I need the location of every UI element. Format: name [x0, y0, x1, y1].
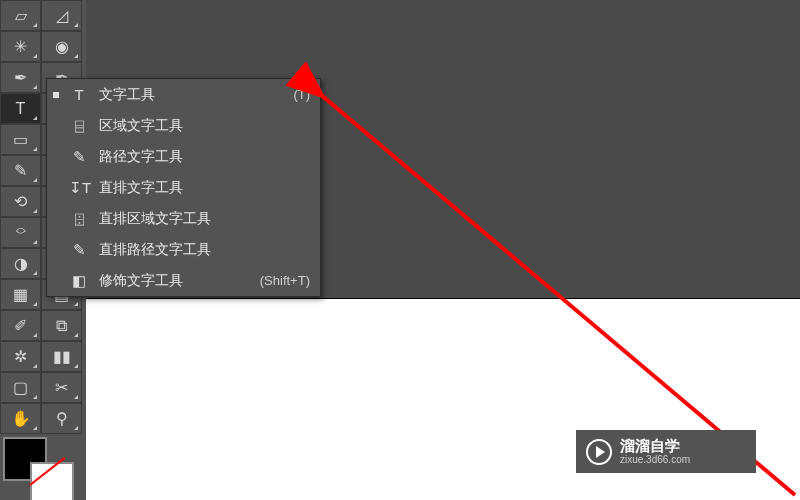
play-icon — [586, 439, 612, 465]
watermark-url: zixue.3d66.com — [620, 454, 690, 465]
vertical-area-type-icon: ⌹ — [69, 210, 89, 227]
area-type-icon: ⌸ — [69, 117, 89, 134]
rectangle-icon: ▭ — [13, 132, 28, 148]
type-tool-flyout: T 文字工具 (T) ⌸ 区域文字工具 ✎ 路径文字工具 ↧T 直排文字工具 ⌹… — [46, 78, 321, 297]
rotate-tool[interactable]: ⟲ — [0, 186, 41, 217]
flyout-label: 直排区域文字工具 — [99, 210, 300, 228]
stroke-swatch[interactable] — [30, 462, 74, 500]
slice-icon: ✂ — [55, 380, 68, 396]
symbol-sprayer-tool[interactable]: ✲ — [0, 341, 41, 372]
blend-icon: ⧉ — [56, 318, 67, 334]
flyout-label: 区域文字工具 — [99, 117, 300, 135]
flyout-item-area-type[interactable]: ⌸ 区域文字工具 — [47, 110, 320, 141]
vertical-path-type-icon: ✎ — [69, 241, 89, 259]
flyout-item-touch-type[interactable]: ◧ 修饰文字工具 (Shift+T) — [47, 265, 320, 296]
magic-wand-icon: ✳ — [14, 39, 27, 55]
blend-tool[interactable]: ⧉ — [41, 310, 82, 341]
eyedropper-tool[interactable]: ✐ — [0, 310, 41, 341]
eyedropper-icon: ✐ — [14, 318, 27, 334]
zoom-tool[interactable]: ⚲ — [41, 403, 82, 434]
flyout-label: 路径文字工具 — [99, 148, 300, 166]
vertical-type-icon: ↧T — [69, 179, 89, 197]
shape-builder-icon: ◑ — [14, 256, 28, 272]
watermark-title: 溜溜自学 — [620, 438, 690, 455]
brush-tool[interactable]: ✎ — [0, 155, 41, 186]
selection-tool[interactable]: ▱ — [0, 0, 41, 31]
lasso-icon: ◉ — [55, 39, 69, 55]
flyout-item-path-type[interactable]: ✎ 路径文字工具 — [47, 141, 320, 172]
selection-icon: ▱ — [15, 8, 27, 24]
width-icon: ⌔ — [16, 225, 26, 241]
type-tool[interactable]: T — [0, 93, 41, 124]
graph-icon: ▮▮ — [53, 349, 71, 365]
check-icon — [53, 92, 59, 98]
flyout-label: 直排路径文字工具 — [99, 241, 300, 259]
hand-tool[interactable]: ✋ — [0, 403, 41, 434]
touch-type-icon: ◧ — [69, 272, 89, 290]
pen-tool[interactable]: ✒ — [0, 62, 41, 93]
width-tool[interactable]: ⌔ — [0, 217, 41, 248]
path-type-icon: ✎ — [69, 148, 89, 166]
watermark: 溜溜自学 zixue.3d66.com — [576, 430, 756, 473]
mesh-icon: ▦ — [13, 287, 28, 303]
direct-selection-icon: ◿ — [56, 8, 68, 24]
flyout-item-vertical-type[interactable]: ↧T 直排文字工具 — [47, 172, 320, 203]
flyout-item-vertical-area-type[interactable]: ⌹ 直排区域文字工具 — [47, 203, 320, 234]
flyout-item-type[interactable]: T 文字工具 (T) — [47, 79, 320, 110]
column-graph-tool[interactable]: ▮▮ — [41, 341, 82, 372]
flyout-shortcut: (T) — [293, 87, 310, 102]
lasso-tool[interactable]: ◉ — [41, 31, 82, 62]
shape-builder-tool[interactable]: ◑ — [0, 248, 41, 279]
magic-wand-tool[interactable]: ✳ — [0, 31, 41, 62]
flyout-shortcut: (Shift+T) — [260, 273, 310, 288]
pen-icon: ✒ — [14, 70, 27, 86]
flyout-label: 修饰文字工具 — [99, 272, 250, 290]
hand-icon: ✋ — [11, 411, 31, 427]
rotate-icon: ⟲ — [14, 194, 27, 210]
artboard-tool[interactable]: ▢ — [0, 372, 41, 403]
spray-icon: ✲ — [14, 349, 27, 365]
slice-tool[interactable]: ✂ — [41, 372, 82, 403]
type-icon: T — [69, 86, 89, 103]
color-swatch[interactable] — [0, 434, 80, 494]
flyout-label: 直排文字工具 — [99, 179, 300, 197]
flyout-item-vertical-path-type[interactable]: ✎ 直排路径文字工具 — [47, 234, 320, 265]
mesh-tool[interactable]: ▦ — [0, 279, 41, 310]
flyout-label: 文字工具 — [99, 86, 283, 104]
direct-selection-tool[interactable]: ◿ — [41, 0, 82, 31]
type-icon: T — [16, 101, 26, 117]
zoom-icon: ⚲ — [56, 411, 68, 427]
brush-icon: ✎ — [14, 163, 27, 179]
rectangle-tool[interactable]: ▭ — [0, 124, 41, 155]
artboard-icon: ▢ — [13, 380, 28, 396]
